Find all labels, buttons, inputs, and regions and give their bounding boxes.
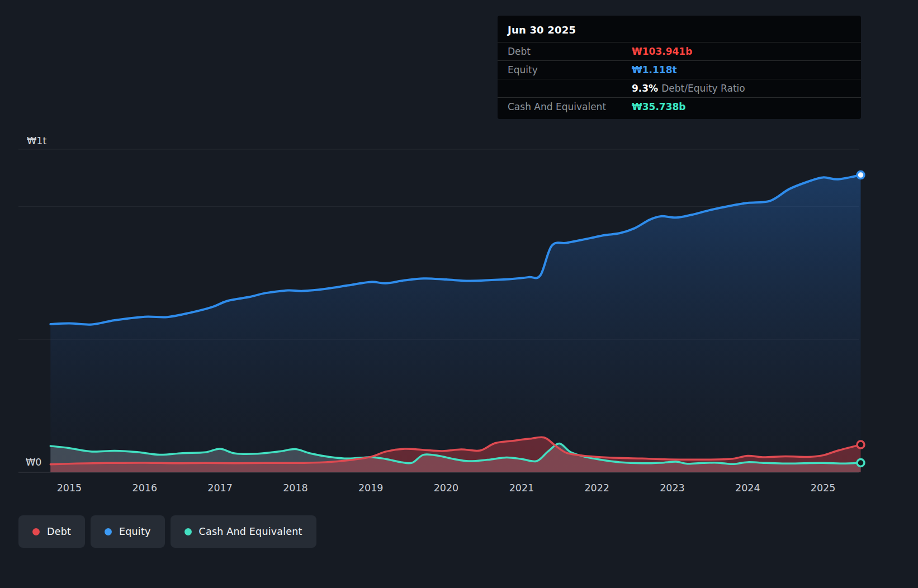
x-tick-2015: 2015 bbox=[57, 482, 82, 494]
legend-item-equity[interactable]: Equity bbox=[91, 515, 165, 548]
x-tick-2018: 2018 bbox=[283, 482, 308, 494]
tooltip-cash-label: Cash And Equivalent bbox=[508, 101, 632, 112]
tooltip-debt-label: Debt bbox=[508, 46, 632, 57]
tooltip-row-equity: Equity ₩1.118t bbox=[498, 60, 861, 79]
y-label-1t: ₩1t bbox=[27, 135, 46, 146]
tooltip-debt-value: ₩103.941b bbox=[632, 46, 851, 57]
tooltip-equity-value: ₩1.118t bbox=[632, 64, 851, 75]
x-tick-2016: 2016 bbox=[133, 482, 158, 494]
tooltip-cash-value: ₩35.738b bbox=[632, 101, 851, 112]
x-tick-2017: 2017 bbox=[207, 482, 233, 494]
tooltip-ratio-text: Debt/Equity Ratio bbox=[661, 83, 745, 94]
legend-item-debt[interactable]: Debt bbox=[18, 515, 85, 548]
cash-dot-icon bbox=[184, 528, 192, 535]
x-tick-2022: 2022 bbox=[584, 482, 609, 494]
x-tick-2021: 2021 bbox=[509, 482, 534, 494]
x-tick-2019: 2019 bbox=[358, 482, 384, 494]
tooltip-ratio-percent: 9.3% bbox=[632, 83, 658, 94]
x-tick-2020: 2020 bbox=[434, 482, 459, 494]
legend-debt-label: Debt bbox=[47, 526, 71, 537]
tooltip-ratio-value: 9.3%Debt/Equity Ratio bbox=[632, 83, 851, 94]
chart-plot-area[interactable] bbox=[18, 149, 859, 472]
equity-dot-icon bbox=[105, 528, 112, 535]
debt-dot-icon bbox=[32, 528, 40, 535]
tooltip-row-debt: Debt ₩103.941b bbox=[498, 42, 861, 60]
legend-equity-label: Equity bbox=[119, 526, 151, 537]
chart-legend: Debt Equity Cash And Equivalent bbox=[18, 515, 316, 548]
debt-equity-history-chart-page: ₩1t₩020152016201720182019202020212022202… bbox=[0, 0, 918, 588]
tooltip-row-ratio: 9.3%Debt/Equity Ratio bbox=[498, 79, 861, 97]
tooltip-row-cash: Cash And Equivalent ₩35.738b bbox=[498, 97, 861, 116]
chart-tooltip: Jun 30 2025 Debt ₩103.941b Equity ₩1.118… bbox=[498, 16, 861, 119]
x-tick-2024: 2024 bbox=[735, 482, 760, 494]
x-tick-2023: 2023 bbox=[660, 482, 685, 494]
tooltip-date: Jun 30 2025 bbox=[498, 16, 861, 42]
x-tick-2025: 2025 bbox=[811, 482, 836, 494]
legend-cash-label: Cash And Equivalent bbox=[199, 526, 302, 537]
legend-item-cash[interactable]: Cash And Equivalent bbox=[171, 515, 316, 548]
tooltip-equity-label: Equity bbox=[508, 64, 632, 75]
